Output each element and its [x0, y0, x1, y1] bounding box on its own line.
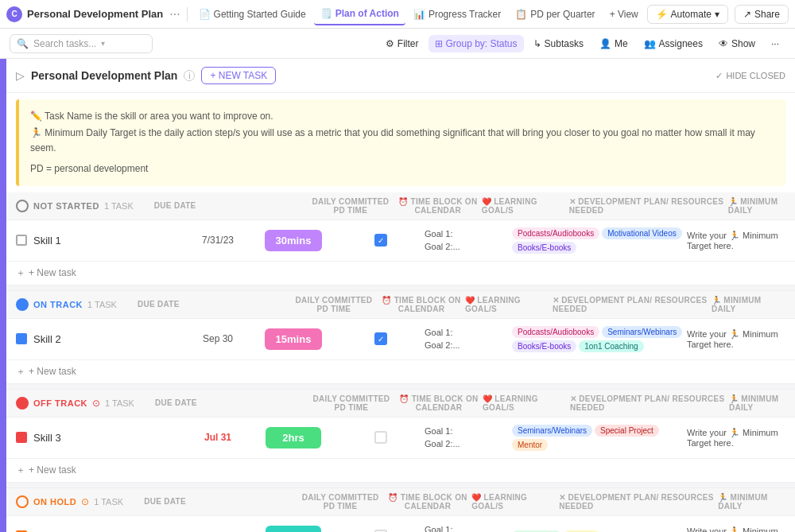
status-circle-not-started — [16, 200, 29, 212]
tab-progress-icon: 📊 — [413, 9, 425, 20]
col-due: DUE DATE — [138, 300, 290, 309]
time-badge[interactable]: 1hr — [266, 526, 321, 532]
tab-plan-of-action[interactable]: 🗒️ Plan of Action — [314, 3, 405, 25]
dev-tag[interactable]: Seminars/Webinars — [602, 326, 682, 338]
assignees-button[interactable]: 👥 Assignees — [638, 35, 709, 52]
dev-tag[interactable]: Motivational Videos — [602, 227, 682, 239]
col-devplan: ✕ DEVELOPMENT PLAN/ RESOURCES NEEDED — [570, 394, 729, 412]
task-dev-plan: Seminars/WebinarsSpecial ProjectMentor — [512, 425, 687, 451]
status-header-off-track[interactable]: OFF TRACK⊙1 TASK DUE DATE DAILY COMMITTE… — [6, 390, 795, 417]
time-block-checkbox[interactable]: ✓ — [374, 234, 387, 247]
info-icon[interactable]: i — [184, 70, 195, 81]
status-header-not-started[interactable]: NOT STARTED1 TASK DUE DATE DAILY COMMITT… — [6, 192, 795, 220]
task-row: Skill 4Jul 311hrGoal 1:Goal 2:...Field W… — [6, 516, 795, 532]
tab-plan-icon: 🗒️ — [320, 8, 332, 19]
time-badge[interactable]: 30mins — [265, 230, 323, 251]
task-name[interactable]: Skill 2 — [33, 333, 186, 345]
automate-button[interactable]: ⚡ Automate ▾ — [647, 5, 728, 24]
assignees-label: Assignees — [659, 38, 703, 49]
dev-tag[interactable]: Books/E-books — [512, 340, 576, 352]
status-circle-off-track — [16, 397, 29, 410]
share-button[interactable]: ↗ Share — [735, 5, 789, 24]
time-badge[interactable]: 2hrs — [266, 427, 321, 449]
col-learning: ❤️ LEARNING GOAL/S — [483, 394, 570, 412]
task-time-cell: 15mins — [250, 328, 337, 350]
show-button[interactable]: 👁 Show — [712, 35, 762, 52]
col-devplan: ✕ DEVELOPMENT PLAN/ RESOURCES NEEDED — [553, 296, 712, 313]
task-name[interactable]: Skill 1 — [33, 235, 186, 247]
hide-closed-button[interactable]: ✓ HIDE CLOSED — [716, 71, 785, 81]
tab-pd-per-quarter[interactable]: 📋 PD per Quarter — [509, 3, 601, 25]
section-gap — [6, 482, 795, 488]
col-timeblock: ⏰ TIME BLOCK ON CALENDAR — [395, 394, 483, 412]
col-devplan: ✕ DEVELOPMENT PLAN/ RESOURCES NEEDED — [569, 197, 728, 215]
col-mindaily: 🏃 MINIMUM DAILY — [712, 296, 785, 313]
search-input[interactable]: 🔍 Search tasks... ▾ — [10, 34, 153, 53]
new-task-button[interactable]: + NEW TASK — [201, 67, 276, 84]
me-button[interactable]: 👤 Me — [593, 35, 634, 52]
tab-getting-started-label: Getting Started Guide — [214, 9, 306, 20]
note-line3: PD = personal development — [30, 161, 774, 177]
col-learning: ❤️ LEARNING GOAL/S — [465, 296, 553, 313]
search-chevron-icon: ▾ — [101, 39, 105, 48]
col-learning: ❤️ LEARNING GOAL/S — [471, 493, 559, 511]
task-status-indicator[interactable] — [16, 333, 27, 344]
task-count-not-started: 1 TASK — [104, 201, 134, 211]
time-block-checkbox[interactable]: ✓ — [374, 332, 387, 345]
status-header-on-track[interactable]: ON TRACK1 TASK DUE DATE DAILY COMMITTED … — [6, 291, 795, 319]
new-task-row-on-track[interactable]: ＋+ New task — [6, 360, 795, 383]
share-label: Share — [754, 9, 780, 20]
section-gap — [6, 383, 795, 390]
group-icon: ⊞ — [435, 38, 443, 49]
task-row: Skill 17/31/2330mins✓Goal 1:Goal 2:...Po… — [6, 220, 795, 262]
time-block-checkbox[interactable] — [374, 431, 387, 444]
dev-tag[interactable]: Mentor — [512, 439, 548, 451]
col-mindaily: 🏃 MINIMUM DAILY — [718, 493, 785, 511]
task-name[interactable]: Skill 3 — [33, 432, 186, 444]
dev-tag[interactable]: Podcasts/Audiobooks — [512, 326, 599, 338]
tab-progress-tracker[interactable]: 📊 Progress Tracker — [407, 3, 507, 25]
plus-icon: ＋ — [16, 365, 25, 379]
status-label-on-hold: ON HOLD — [33, 497, 76, 507]
task-row: Skill 3Jul 312hrsGoal 1:Goal 2:...Semina… — [6, 417, 795, 459]
task-status-indicator[interactable] — [16, 235, 27, 246]
dev-tag[interactable]: Special Project — [595, 425, 659, 437]
col-mindaily: 🏃 MINIMUM DAILY — [729, 394, 785, 412]
more-options-button[interactable]: ··· — [168, 7, 181, 21]
time-block-cell: ✓ — [337, 332, 425, 345]
status-header-on-hold[interactable]: ON HOLD⊙1 TASK DUE DATE DAILY COMMITTED … — [6, 488, 795, 516]
task-status-indicator[interactable] — [16, 432, 27, 443]
col-pdtime: DAILY COMMITTED PD TIME — [307, 197, 394, 215]
group-by-button[interactable]: ⊞ Group by: Status — [429, 35, 524, 52]
filter-button[interactable]: ⚙ Filter — [379, 35, 425, 52]
col-timeblock: ⏰ TIME BLOCK ON CALENDAR — [378, 296, 465, 313]
task-due-date: Sep 30 — [186, 333, 250, 344]
sections-container: NOT STARTED1 TASK DUE DATE DAILY COMMITT… — [6, 192, 795, 532]
tab-getting-started[interactable]: 📄 Getting Started Guide — [192, 3, 312, 25]
min-daily-text: Write your 🏃 Minimum Target here. — [687, 231, 785, 250]
col-headers: DUE DATE DAILY COMMITTED PD TIME ⏰ TIME … — [154, 197, 785, 215]
col-pdtime: DAILY COMMITTED PD TIME — [308, 394, 395, 412]
new-task-row-not-started[interactable]: ＋+ New task — [6, 262, 795, 285]
time-badge[interactable]: 15mins — [265, 328, 323, 350]
col-due: DUE DATE — [154, 201, 307, 210]
more-toolbar-button[interactable]: ··· — [765, 35, 785, 52]
dev-tag[interactable]: Books/E-books — [512, 242, 576, 254]
new-task-row-off-track[interactable]: ＋+ New task — [6, 459, 795, 482]
dev-tag[interactable]: Seminars/Webinars — [512, 425, 592, 437]
subtasks-button[interactable]: ↳ Subtasks — [527, 35, 590, 52]
main: ▷ Personal Development Plan i + NEW TASK… — [0, 59, 795, 532]
dev-tag[interactable]: 1on1 Coaching — [579, 340, 643, 352]
task-dev-plan: Podcasts/AudiobooksSeminars/WebinarsBook… — [512, 326, 687, 352]
tab-pd-label: PD per Quarter — [530, 9, 595, 20]
automate-chevron: ▾ — [715, 9, 719, 20]
task-time-cell: 1hr — [250, 526, 337, 532]
top-bar-right: ⚡ Automate ▾ ↗ Share — [647, 5, 789, 24]
col-headers: DUE DATE DAILY COMMITTED PD TIME ⏰ TIME … — [144, 493, 785, 511]
col-pdtime: DAILY COMMITTED PD TIME — [290, 296, 378, 313]
task-count-on-track: 1 TASK — [87, 300, 117, 309]
task-time-cell: 30mins — [250, 230, 337, 251]
dev-tag[interactable]: Podcasts/Audiobooks — [512, 227, 599, 239]
add-view-button[interactable]: + View — [603, 6, 645, 23]
project-name: Personal Development Plan — [31, 69, 177, 82]
